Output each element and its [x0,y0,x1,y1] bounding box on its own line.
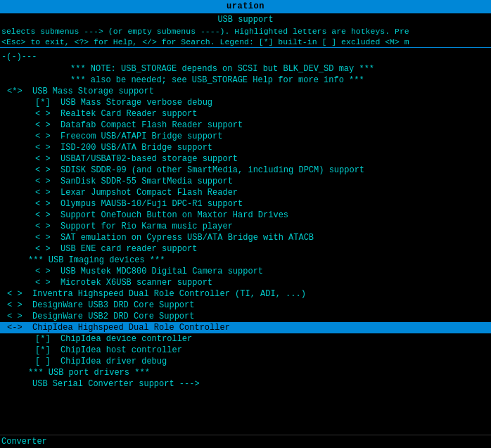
item-text-3: Datafab Compact Flash Reader support [60,120,490,130]
bracket-3: < > [35,120,55,130]
bracket-16: < > [35,267,55,276]
info-line-1: selects submenus ---> (or empty submenus… [0,26,491,37]
menu-item-21[interactable]: <->ChipIdea Highspeed Dual Role Controll… [0,322,491,333]
title-text: uration [227,1,264,11]
bottom-bar: Converter [0,435,491,448]
bracket-12: < > [35,222,55,231]
item-text-12: Support for Rio Karma music player [60,222,490,231]
bracket-8: < > [35,177,55,186]
item-text-20: DesignWare USB2 DRD Core Support [32,312,490,321]
separator: -(-)--- [0,49,491,63]
menu-list: <*>USB Mass Storage support[*]USB Mass S… [0,86,491,390]
item-text-23: ChipIdea host controller [60,345,490,355]
menu-item-7[interactable]: < >SDISK SDDR-09 (and other SmartMedia, … [0,165,491,176]
item-text-11: Support OneTouch Button on Maxtor Hard D… [60,210,490,220]
menu-item-18[interactable]: < >Inventra Highspeed Dual Role Controll… [0,288,491,300]
menu-item-0[interactable]: <*>USB Mass Storage support [0,86,491,97]
menu-item-9[interactable]: < >Lexar Jumpshot Compact Flash Reader [0,187,491,198]
item-text-13: SAT emulation on Cypress USB/ATA Bridge … [60,233,490,243]
item-text-16: USB Mustek MDC800 Digital Camera support [60,267,490,276]
app-container: uration USB support selects submenus ---… [0,0,491,448]
bracket-2: < > [35,109,55,119]
menu-item-24[interactable]: [ ]ChipIdea driver debug [0,356,491,367]
menu-item-13[interactable]: < >SAT emulation on Cypress USB/ATA Brid… [0,232,491,243]
usb-support-title: USB support [0,13,491,26]
menu-item-1[interactable]: [*]USB Mass Storage verbose debug [0,97,491,108]
bracket-0: <*> [7,87,27,96]
menu-item-17[interactable]: < >Microtek X6USB scanner support [0,277,491,288]
bracket-17: < > [35,278,55,288]
item-text-8: SanDisk SDDR-55 SmartMedia support [60,177,490,186]
note-line-2: *** also be needed; see USB_STORAGE Help… [0,75,491,86]
item-text-21: ChipIdea Highspeed Dual Role Controller [32,323,490,333]
note-line-1: *** NOTE: USB_STORAGE depends on SCSI bu… [0,63,491,75]
menu-item-8[interactable]: < >SanDisk SDDR-55 SmartMedia support [0,176,491,187]
bracket-20: < > [7,312,27,321]
bracket-7: < > [35,165,55,175]
item-text-10: Olympus MAUSB-10/Fuji DPC-R1 support [60,199,490,209]
bracket-9: < > [35,188,55,198]
bracket-6: < > [35,154,55,164]
item-text-6: USBAT/USBAT02-based storage support [60,154,490,164]
menu-item-14[interactable]: < >USB ENE card reader support [0,243,491,255]
menu-item-16[interactable]: < >USB Mustek MDC800 Digital Camera supp… [0,266,491,277]
bracket-23: [*] [35,345,55,355]
menu-item-2[interactable]: < >Realtek Card Reader support [0,108,491,120]
menu-item-22[interactable]: [*]ChipIdea device controller [0,333,491,345]
item-text-0: USB Mass Storage support [32,87,490,96]
bracket-1: [*] [35,98,55,108]
item-text-1: USB Mass Storage verbose debug [60,98,490,108]
bracket-4: < > [35,132,55,141]
bracket-24: [ ] [35,357,55,366]
menu-item-23[interactable]: [*]ChipIdea host controller [0,345,491,356]
bracket-10: < > [35,199,55,209]
item-text-19: DesignWare USB3 DRD Core Support [32,300,490,310]
item-text-2: Realtek Card Reader support [60,109,490,119]
menu-item-6[interactable]: < >USBAT/USBAT02-based storage support [0,153,491,165]
item-text-18: Inventra Highspeed Dual Role Controller … [32,289,490,299]
item-text-7: SDISK SDDR-09 (and other SmartMedia, inc… [60,165,490,175]
bracket-11: < > [35,210,55,220]
bracket-18: < > [7,289,27,299]
item-text-9: Lexar Jumpshot Compact Flash Reader [60,188,490,198]
content-area: -(-)--- *** NOTE: USB_STORAGE depends on… [0,48,491,435]
item-text-24: ChipIdea driver debug [60,357,490,366]
menu-item-5[interactable]: < >ISD-200 USB/ATA Bridge support [0,142,491,153]
menu-item-4[interactable]: < >Freecom USB/ATAPI Bridge support [0,131,491,142]
bracket-14: < > [35,244,55,254]
menu-item-12[interactable]: < >Support for Rio Karma music player [0,221,491,232]
menu-item-26[interactable]: USB Serial Converter support ---> [0,378,491,390]
menu-item-3[interactable]: < >Datafab Compact Flash Reader support [0,120,491,131]
item-text-4: Freecom USB/ATAPI Bridge support [60,132,490,141]
title-bar: uration [0,0,491,13]
item-text-5: ISD-200 USB/ATA Bridge support [60,143,490,153]
bracket-21: <-> [7,323,27,333]
item-text-22: ChipIdea device controller [60,334,490,344]
info-line-2: <Esc> to exit, <?> for Help, </> for Sea… [0,37,491,47]
item-text-26: USB Serial Converter support ---> [32,379,490,389]
item-text-14: USB ENE card reader support [60,244,490,254]
menu-item-11[interactable]: < >Support OneTouch Button on Maxtor Har… [0,210,491,221]
menu-item-19[interactable]: < >DesignWare USB3 DRD Core Support [0,300,491,311]
item-text-17: Microtek X6USB scanner support [60,278,490,288]
bracket-13: < > [35,233,55,243]
bracket-5: < > [35,143,55,153]
menu-item-15[interactable]: *** USB Imaging devices *** [0,255,491,266]
menu-item-25[interactable]: *** USB port drivers *** [0,367,491,378]
bracket-19: < > [7,300,27,310]
menu-item-20[interactable]: < >DesignWare USB2 DRD Core Support [0,311,491,322]
usb-support-text: USB support [217,15,273,25]
menu-item-10[interactable]: < >Olympus MAUSB-10/Fuji DPC-R1 support [0,198,491,210]
bracket-22: [*] [35,334,55,344]
bottom-label: Converter [1,437,47,447]
header-section: USB support selects submenus ---> (or em… [0,13,491,48]
